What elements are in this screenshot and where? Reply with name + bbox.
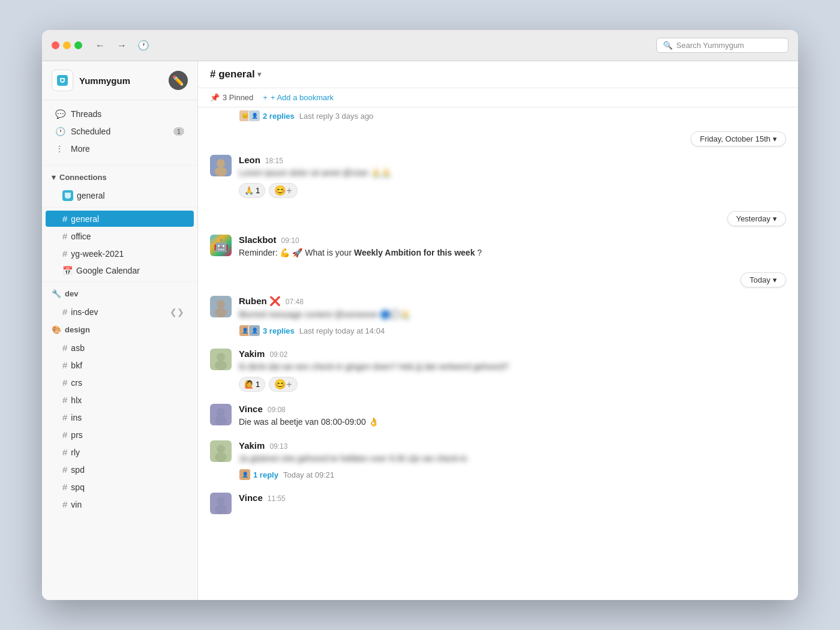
sidebar-item-label: More (71, 144, 90, 154)
maximize-button[interactable] (74, 41, 82, 49)
reply-count-yakim2[interactable]: 1 reply (253, 470, 278, 479)
channel-label: office (71, 232, 91, 241)
reaction-add-leon[interactable]: 😊+ (269, 183, 297, 198)
dev-section-header[interactable]: 🔧 dev (42, 284, 197, 303)
hash-icon: # (62, 430, 67, 440)
sidebar-channel-bkf[interactable]: # bkf (46, 357, 194, 373)
minimize-button[interactable] (63, 41, 71, 49)
message-text-yakim2: Ja gisteren iets gehoord te hebben over … (239, 452, 786, 465)
connections-section-header[interactable]: ▾ Connections (42, 168, 197, 187)
channel-label: spq (71, 482, 85, 492)
sidebar-channel-general[interactable]: # general (46, 211, 194, 227)
sidebar-channel-asb[interactable]: # asb (46, 340, 194, 356)
blurred-text: Lorem ipsum dolor sit amet @User 🙏🙏 (239, 168, 391, 178)
avatar-vince1 (210, 404, 232, 425)
more-icon: ⋮ (55, 144, 65, 154)
reaction-count: 1 (256, 380, 260, 389)
reaction-pray[interactable]: 🙏 1 (239, 183, 265, 198)
channel-label: spd (71, 465, 85, 475)
sidebar-item-threads[interactable]: 💬 Threads (46, 106, 194, 122)
sidebar-nav: 💬 Threads 🕐 Scheduled 1 ⋮ More (42, 100, 197, 163)
message-content-leon: Leon 18:15 Lorem ipsum dolor sit amet @U… (239, 155, 786, 198)
sidebar-channel-ins[interactable]: # ins (46, 409, 194, 425)
hash-icon: # (62, 412, 67, 422)
search-bar[interactable]: 🔍 Search Yummygum (656, 38, 788, 53)
sidebar-channel-prs[interactable]: # prs (46, 427, 194, 443)
svg-point-13 (215, 505, 227, 514)
timestamp-ruben: 07:48 (286, 298, 304, 306)
message-vince1: Vince 09:08 Die was al beetje van 08:00-… (198, 398, 798, 434)
message-header-vince1: Vince 09:08 (239, 404, 786, 414)
forward-button[interactable]: → (113, 37, 130, 54)
close-button[interactable] (52, 41, 59, 49)
pin-icon: 📌 (210, 93, 220, 102)
message-text-slackbot: Reminder: 💪 🚀 What is your Weekly Ambiti… (239, 247, 786, 259)
hash-icon: # (62, 499, 67, 509)
reaction-hand-yakim1[interactable]: 🙋 1 (239, 377, 265, 392)
replies-ruben: 👤 👤 3 replies Last reply today at 14:04 (239, 325, 786, 337)
channel-label: ins-dev (71, 307, 98, 317)
design-section-header[interactable]: 🎨 design (42, 320, 197, 339)
channel-label: vin (71, 500, 82, 509)
hash-icon: # (62, 447, 67, 457)
sidebar-channel-ins-dev[interactable]: # ins-dev ❮❯ (46, 304, 194, 320)
sidebar-item-scheduled[interactable]: 🕐 Scheduled 1 (46, 123, 194, 140)
channel-menu-icon[interactable]: ▾ (257, 70, 261, 79)
message-vince2: Vince 11:55 (198, 487, 798, 520)
channel-label: rly (71, 448, 80, 457)
chevron-down-icon: ▾ (773, 214, 777, 223)
history-button[interactable]: 🕐 (135, 37, 152, 54)
channel-label: ins (71, 413, 82, 422)
sidebar-item-more[interactable]: ⋮ More (46, 140, 194, 157)
message-text-vince1: Die was al beetje van 08:00-09:00 👌 (239, 416, 786, 428)
search-icon: 🔍 (663, 41, 673, 50)
date-pill-yesterday[interactable]: Yesterday ▾ (727, 211, 786, 226)
sidebar-channel-spd[interactable]: # spd (46, 461, 194, 478)
message-content-ruben: Ruben ❌ 07:48 Blurred message content @s… (239, 296, 786, 337)
sidebar-connection-general[interactable]: general (46, 187, 194, 204)
channel-label: bkf (71, 361, 82, 370)
wrench-icon: 🔧 (52, 289, 61, 298)
message-slackbot: 🤖 Slackbot 09:10 Reminder: 💪 🚀 What is y… (198, 229, 798, 265)
pinned-bookmark[interactable]: 📌 3 Pinned (210, 93, 253, 102)
back-button[interactable]: ← (92, 37, 109, 54)
channel-label: hlx (71, 395, 82, 405)
channel-label: Google Calendar (76, 266, 140, 275)
reply-count[interactable]: 2 replies (263, 112, 295, 121)
sidebar-item-label: Scheduled (71, 127, 110, 136)
date-divider-today: Today ▾ (198, 265, 798, 290)
add-bookmark-btn[interactable]: + + Add a bookmark (263, 93, 334, 102)
sender-name-vince1: Vince (239, 404, 263, 414)
design-label: design (65, 325, 90, 334)
traffic-lights (52, 41, 82, 49)
add-reaction-icon: 😊+ (274, 379, 292, 390)
messages-area: 😊 👤 2 replies Last reply 3 days ago Frid… (198, 107, 798, 600)
compose-button[interactable]: ✏️ (169, 71, 188, 90)
pinned-count: 3 Pinned (223, 93, 253, 102)
date-label-today: Today (749, 275, 770, 284)
sender-name-slackbot: Slackbot (239, 235, 277, 245)
app-logo (52, 70, 73, 91)
svg-point-8 (217, 408, 225, 416)
hash-icon: # (62, 307, 67, 317)
sidebar-header: Yummygum ✏️ (42, 61, 197, 100)
sidebar-channel-hlx[interactable]: # hlx (46, 392, 194, 408)
sidebar-channel-vin[interactable]: # vin (46, 496, 194, 512)
sidebar-channel-yg-week-2021[interactable]: # yg-week-2021 (46, 245, 194, 262)
sidebar-channel-office[interactable]: # office (46, 228, 194, 244)
sidebar-item-label: Threads (71, 109, 101, 119)
chevron-down-icon: ▾ (773, 275, 777, 284)
add-bookmark-label: + Add a bookmark (271, 93, 334, 102)
reply-avatars-ruben: 👤 👤 (239, 325, 258, 337)
date-pill-friday[interactable]: Friday, October 15th ▾ (691, 131, 786, 146)
reply-count-ruben[interactable]: 3 replies (263, 326, 295, 335)
sender-name-yakim2: Yakim (239, 440, 265, 451)
sidebar-integration-gcal[interactable]: 📅 Google Calendar (46, 263, 194, 278)
message-yakim1: Yakim 09:02 Ik denk dat we een check-in … (198, 343, 798, 398)
date-pill-today[interactable]: Today ▾ (740, 272, 786, 287)
sidebar-channel-rly[interactable]: # rly (46, 444, 194, 460)
sidebar-channel-spq[interactable]: # spq (46, 479, 194, 495)
reaction-add-yakim1[interactable]: 😊+ (269, 377, 297, 392)
message-text-ruben: Blurred message content @someone 🔵💬🙏 (239, 308, 786, 321)
sidebar-channel-crs[interactable]: # crs (46, 374, 194, 391)
